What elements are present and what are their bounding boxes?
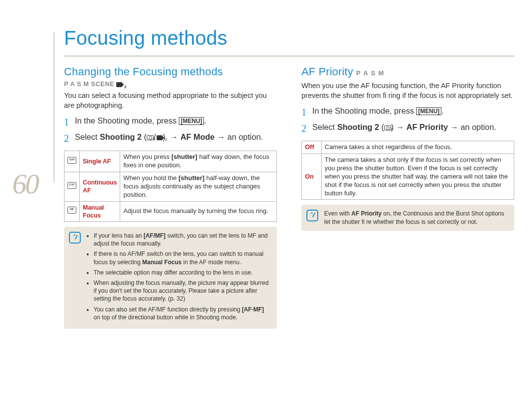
priority-option-label: On bbox=[302, 154, 322, 200]
note-item: You can also set the AF/MF function dire… bbox=[94, 306, 270, 321]
table-row: Manual FocusAdjust the focus manually by… bbox=[65, 201, 277, 222]
note-item: If there is no AF/MF switch on the lens,… bbox=[94, 250, 270, 266]
right-column: AF PriorityP A S M When you use the AF f… bbox=[301, 63, 514, 329]
table-row: OffCamera takes a shot regardless of the… bbox=[302, 141, 514, 154]
step-number: 2 bbox=[301, 122, 312, 136]
movie-mode-icon bbox=[116, 81, 122, 88]
section-heading-afpriority: AF PriorityP A S M bbox=[301, 65, 514, 78]
af-option-icon bbox=[65, 151, 80, 172]
menu-key: [MENU] bbox=[179, 117, 204, 125]
step-number: 1 bbox=[301, 105, 312, 120]
af-priority-options-table: OffCamera takes a shot regardless of the… bbox=[301, 141, 514, 200]
note-box-left: If your lens has an [AF/MF] switch, you … bbox=[64, 227, 277, 329]
step-number: 2 bbox=[64, 131, 75, 146]
step-item: 2Select Shooting 2 (/) → AF Mode → an op… bbox=[64, 131, 277, 146]
note-item: If your lens has an [AF/MF] switch, you … bbox=[94, 232, 270, 247]
title-underline bbox=[64, 55, 514, 57]
section-heading-changing: Changing the Focusing methods bbox=[64, 65, 277, 78]
af-option-icon bbox=[65, 172, 80, 201]
note-body-right: Even with AF Priority on, the Continuous… bbox=[324, 210, 507, 225]
note-item: When adjusting the focus manually, the p… bbox=[94, 279, 270, 303]
af-option-label: Manual Focus bbox=[80, 201, 120, 222]
priority-option-label: Off bbox=[302, 141, 322, 154]
page-number: 60 bbox=[12, 167, 38, 200]
intro-right: When you use the AF focusing function, t… bbox=[301, 81, 514, 100]
steps-right: 1In the Shooting mode, press [MENU].2Sel… bbox=[301, 105, 514, 136]
step-text: Select Shooting 2 () → AF Priority → an … bbox=[312, 122, 496, 133]
table-row: OnThe camera takes a shot only if the fo… bbox=[302, 154, 514, 200]
priority-option-desc: Camera takes a shot regardless of the fo… bbox=[322, 141, 514, 154]
af-option-icon bbox=[65, 201, 80, 222]
menu-key: [MENU] bbox=[416, 107, 441, 115]
mode-badges-right: P A S M bbox=[356, 69, 385, 77]
table-row: Continuous AFWhen you hold the [shutter]… bbox=[65, 172, 277, 201]
note-box-right: Even with AF Priority on, the Continuous… bbox=[301, 205, 514, 230]
note-icon bbox=[306, 210, 318, 221]
content-columns: Changing the Focusing methods P A S M SC… bbox=[64, 63, 514, 329]
decorative-vertical-line bbox=[53, 32, 55, 183]
steps-left: 1In the Shooting mode, press [MENU].2Sel… bbox=[64, 115, 277, 146]
note-body-left: If your lens has an [AF/MF] switch, you … bbox=[87, 232, 270, 324]
note-item: The selectable option may differ accordi… bbox=[94, 269, 270, 277]
page-title: Focusing methods bbox=[64, 27, 228, 49]
step-item: 2Select Shooting 2 () → AF Priority → an… bbox=[301, 122, 514, 136]
af-option-desc: When you hold the [shutter] half-way dow… bbox=[120, 172, 277, 201]
af-option-label: Continuous AF bbox=[80, 172, 120, 201]
step-item: 1In the Shooting mode, press [MENU]. bbox=[301, 105, 514, 120]
step-item: 1In the Shooting mode, press [MENU]. bbox=[64, 115, 277, 129]
af-mode-options-table: Single AFWhen you press [shutter] half w… bbox=[64, 151, 277, 222]
mode-line-left: P A S M SCENE bbox=[64, 80, 277, 88]
priority-option-desc: The camera takes a shot only if the focu… bbox=[322, 154, 514, 200]
step-text: In the Shooting mode, press [MENU]. bbox=[75, 115, 206, 127]
table-row: Single AFWhen you press [shutter] half w… bbox=[65, 151, 277, 172]
af-option-label: Single AF bbox=[80, 151, 120, 172]
af-option-desc: Adjust the focus manually by turning the… bbox=[120, 201, 277, 222]
left-column: Changing the Focusing methods P A S M SC… bbox=[64, 63, 277, 329]
step-text: Select Shooting 2 (/) → AF Mode → an opt… bbox=[75, 131, 263, 143]
step-text: In the Shooting mode, press [MENU]. bbox=[312, 105, 444, 117]
intro-left: You can select a focusing method appropr… bbox=[64, 91, 277, 110]
af-option-desc: When you press [shutter] half way down, … bbox=[120, 151, 277, 172]
note-icon bbox=[69, 232, 81, 244]
step-number: 1 bbox=[64, 115, 75, 129]
